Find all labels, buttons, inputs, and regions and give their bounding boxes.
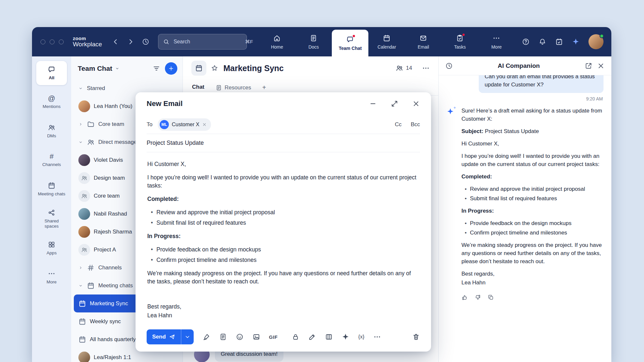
rail-item-channels[interactable]: # Channels bbox=[36, 148, 67, 172]
topbar: zoom Workplace ⌘F Home Docs bbox=[32, 27, 611, 56]
bcc-button[interactable]: Bcc bbox=[411, 121, 420, 128]
channel-more-icon[interactable] bbox=[422, 64, 430, 72]
cc-button[interactable]: Cc bbox=[395, 121, 402, 128]
subject-field[interactable]: Project Status Update bbox=[147, 134, 420, 152]
layout-icon[interactable] bbox=[325, 333, 333, 341]
rail-label: DMs bbox=[47, 133, 56, 139]
nav-email[interactable]: Email bbox=[405, 27, 442, 56]
close-icon[interactable] bbox=[597, 62, 605, 70]
forward-icon[interactable] bbox=[127, 38, 135, 46]
more-icon[interactable] bbox=[373, 333, 381, 341]
modal-header: New Email bbox=[147, 92, 420, 115]
send-plane-icon bbox=[169, 334, 175, 340]
window-minimize-button[interactable] bbox=[50, 39, 55, 44]
nav-docs[interactable]: Docs bbox=[295, 27, 332, 56]
minimize-icon[interactable] bbox=[369, 100, 377, 108]
email-body-editor[interactable]: Hi Customer X, I hope you’re doing well!… bbox=[147, 152, 420, 324]
trash-icon[interactable] bbox=[412, 333, 420, 341]
share-nodes-icon bbox=[48, 209, 56, 217]
email-signoff: Best regards, bbox=[147, 303, 419, 311]
ai-companion-icon[interactable] bbox=[572, 38, 580, 46]
list-item: Provide feedback on the design mockups bbox=[156, 246, 419, 254]
ai-intro: Sure! Here’s a draft email asking for a … bbox=[461, 107, 604, 123]
rail-item-more[interactable]: More bbox=[36, 265, 67, 289]
emoji-icon[interactable] bbox=[236, 333, 244, 341]
item-label: All hands quarterly bbox=[90, 336, 136, 343]
item-label: Design team bbox=[94, 175, 125, 181]
apps-grid-icon bbox=[48, 241, 56, 249]
ai-closing: We’re making steady progress on the proj… bbox=[461, 241, 604, 265]
user-message-bubble: Can you draft an email that provides a s… bbox=[479, 75, 604, 93]
tab-label: Resources bbox=[225, 84, 251, 91]
item-label: Lea Hanh (You) bbox=[94, 103, 132, 110]
close-icon[interactable] bbox=[412, 100, 420, 108]
email-inprogress-heading: In Progress: bbox=[147, 232, 419, 240]
rail-label: All bbox=[49, 75, 54, 81]
rail-item-shared-spaces[interactable]: Shared spaces bbox=[36, 206, 67, 231]
send-options-button[interactable] bbox=[181, 329, 194, 344]
search-input[interactable] bbox=[173, 38, 242, 45]
rail-item-dms[interactable]: DMs bbox=[36, 119, 67, 143]
history-icon[interactable] bbox=[445, 62, 453, 70]
ai-sparkle-icon[interactable] bbox=[342, 333, 349, 341]
members-count[interactable]: 14 bbox=[395, 64, 412, 72]
recipient-avatar: ML bbox=[160, 120, 169, 129]
hash-icon bbox=[87, 264, 95, 272]
calendar-check-icon[interactable] bbox=[555, 38, 563, 46]
history-icon[interactable] bbox=[142, 38, 150, 46]
remove-recipient-icon[interactable] bbox=[202, 122, 207, 127]
help-icon[interactable] bbox=[522, 38, 530, 46]
calendar-icon bbox=[383, 34, 391, 42]
global-search[interactable]: ⌘F bbox=[158, 34, 247, 50]
ai-response-text: Sure! Here’s a draft email asking for a … bbox=[461, 107, 604, 291]
recipient-name: Customer X bbox=[172, 122, 199, 128]
signature-icon[interactable] bbox=[202, 333, 210, 341]
copy-icon[interactable] bbox=[488, 294, 494, 301]
nav-home[interactable]: Home bbox=[259, 27, 295, 56]
template-icon[interactable] bbox=[219, 333, 227, 341]
nav-tasks[interactable]: Tasks bbox=[442, 27, 478, 56]
window-maximize-button[interactable] bbox=[59, 39, 64, 44]
rail-label: Channels bbox=[42, 162, 61, 167]
window-close-button[interactable] bbox=[40, 39, 45, 44]
list-item: Submit final list of required features bbox=[156, 219, 419, 227]
nav-more[interactable]: More bbox=[478, 27, 515, 56]
open-external-icon[interactable] bbox=[585, 62, 592, 70]
chevron-right-icon bbox=[78, 265, 83, 270]
nav-team-chat[interactable]: Team Chat bbox=[332, 30, 368, 56]
sidebar-title[interactable]: Team Chat bbox=[78, 65, 120, 72]
item-label: Violet Davis bbox=[94, 157, 123, 163]
filter-icon[interactable] bbox=[153, 65, 160, 72]
rail-item-meeting-chats[interactable]: Meeting chats bbox=[36, 177, 67, 201]
notifications-bell-icon[interactable] bbox=[539, 38, 546, 46]
modal-title: New Email bbox=[147, 99, 183, 108]
nav-calendar[interactable]: Calendar bbox=[368, 27, 405, 56]
thumbs-down-icon[interactable] bbox=[475, 294, 481, 301]
image-icon[interactable] bbox=[252, 333, 260, 341]
add-chat-button[interactable] bbox=[165, 62, 177, 75]
topbar-utilities bbox=[522, 34, 604, 49]
variables-button[interactable]: {x} bbox=[358, 334, 364, 340]
rail-label: Meeting chats bbox=[38, 191, 65, 197]
rail-item-all[interactable]: All bbox=[36, 61, 67, 85]
item-label: Nabil Rashad bbox=[94, 211, 127, 217]
edit-pencil-icon[interactable] bbox=[308, 333, 316, 341]
rail-item-apps[interactable]: Apps bbox=[36, 236, 67, 260]
recipient-chip[interactable]: ML Customer X bbox=[158, 118, 211, 131]
list-item: Provide feedback on the design mockups bbox=[470, 219, 604, 227]
channel-title: Marketing Sync bbox=[223, 64, 284, 73]
ai-inprogress-list: Provide feedback on the design mockups C… bbox=[461, 219, 604, 237]
gif-button[interactable]: GIF bbox=[269, 334, 278, 340]
back-icon[interactable] bbox=[112, 38, 120, 46]
nav-label: Docs bbox=[308, 44, 319, 50]
user-avatar[interactable] bbox=[588, 34, 604, 49]
rail-item-mentions[interactable]: @ Mentions bbox=[36, 90, 67, 114]
send-button[interactable]: Send bbox=[147, 329, 181, 344]
star-icon[interactable] bbox=[211, 64, 218, 72]
ai-response: Sure! Here’s a draft email asking for a … bbox=[446, 107, 604, 291]
ai-subject-line: Subject: Project Status Update bbox=[461, 127, 604, 135]
email-signature: Lea Hahn bbox=[147, 311, 419, 320]
lock-icon[interactable] bbox=[292, 333, 299, 341]
thumbs-up-icon[interactable] bbox=[461, 294, 468, 301]
expand-icon[interactable] bbox=[391, 100, 398, 108]
